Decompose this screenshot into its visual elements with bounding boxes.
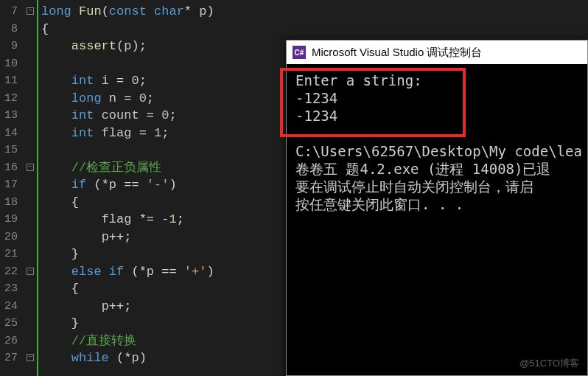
code-token: == (154, 265, 184, 279)
code-token (192, 4, 199, 18)
console-titlebar[interactable]: C# Microsoft Visual Studio 调试控制台 (287, 41, 587, 64)
code-token: p (102, 299, 109, 313)
fold-marker[interactable] (24, 194, 37, 212)
code-token: { (41, 282, 79, 296)
fold-marker[interactable] (24, 38, 37, 55)
code-token: ( (124, 265, 139, 279)
console-window: C# Microsoft Visual Studio 调试控制台 Enter a… (286, 40, 588, 376)
fold-marker[interactable] (24, 21, 37, 38)
fold-marker[interactable]: − (24, 349, 37, 367)
fold-marker[interactable]: − (24, 3, 37, 21)
code-token: ; (124, 299, 131, 313)
code-token: { (41, 195, 79, 209)
fold-marker[interactable] (24, 246, 37, 263)
line-number: 18 (0, 194, 18, 212)
fold-marker[interactable] (24, 229, 37, 246)
code-token: ( (102, 4, 109, 18)
code-token (41, 161, 71, 175)
line-number: 8 (0, 21, 18, 38)
fold-column[interactable]: − − − − (24, 0, 37, 376)
fold-marker[interactable] (24, 333, 37, 350)
fold-marker[interactable] (24, 280, 37, 298)
code-token: ) (206, 4, 214, 18)
fold-marker[interactable] (24, 90, 37, 108)
code-line[interactable]: { (41, 21, 588, 38)
code-token: 1 (169, 212, 176, 226)
line-number: 11 (0, 72, 18, 90)
line-number-gutter: 789101112131415161718192021222324252627 (0, 0, 24, 376)
line-number: 19 (0, 211, 18, 229)
code-token (71, 4, 79, 18)
fold-marker[interactable] (24, 55, 37, 73)
code-token: = (131, 126, 154, 140)
console-output: Enter a string: -1234 -1234 C:\Users\625… (287, 64, 587, 220)
line-number: 17 (0, 176, 18, 194)
code-token: p (109, 178, 116, 192)
line-number: 9 (0, 38, 18, 55)
line-number: 13 (0, 107, 18, 125)
code-token: p (102, 230, 109, 244)
fold-marker[interactable] (24, 315, 37, 333)
code-token: flag (102, 126, 132, 140)
fold-marker[interactable] (24, 298, 37, 316)
code-token: while (71, 351, 109, 365)
code-token: int (71, 74, 94, 88)
fold-marker[interactable] (24, 72, 37, 90)
code-token: * (124, 351, 131, 365)
code-token (94, 74, 101, 88)
fold-marker[interactable] (24, 211, 37, 229)
code-token: * (102, 178, 109, 192)
code-token: = (139, 108, 162, 122)
fold-marker[interactable] (24, 142, 37, 159)
fold-marker[interactable] (24, 107, 37, 125)
code-token: * (184, 4, 192, 18)
code-token: ; (169, 108, 176, 122)
fold-marker[interactable]: − (24, 159, 37, 177)
code-token: ) (139, 351, 147, 365)
code-token: ++ (109, 230, 124, 244)
code-token: int (71, 108, 94, 122)
code-token: ; (139, 74, 147, 88)
line-number: 21 (0, 246, 18, 263)
code-token: ; (147, 91, 154, 105)
code-token: ( (116, 39, 124, 53)
code-token: p (147, 265, 154, 279)
code-token: '-' (147, 178, 169, 192)
code-token: = (116, 91, 139, 105)
fold-marker[interactable]: − (24, 263, 37, 281)
line-number: 23 (0, 280, 18, 298)
code-token: i (102, 74, 109, 88)
code-token: ( (109, 351, 124, 365)
code-line[interactable]: long Fun(const char* p) (41, 3, 588, 21)
code-token: - (161, 212, 169, 226)
line-number: 25 (0, 315, 18, 333)
code-token: '+' (184, 265, 207, 279)
code-token: ); (131, 39, 146, 53)
code-token: p (199, 4, 206, 18)
line-number: 20 (0, 229, 18, 246)
code-token: ) (169, 178, 176, 192)
code-token: //检查正负属性 (71, 161, 161, 175)
line-number: 22 (0, 263, 18, 281)
line-number: 26 (0, 333, 18, 350)
fold-marker[interactable] (24, 125, 37, 142)
fold-marker[interactable] (24, 176, 37, 194)
code-token: { (41, 22, 49, 36)
code-token (41, 351, 71, 365)
code-token (94, 108, 101, 122)
code-token: //直接转换 (71, 334, 136, 348)
code-token (41, 230, 102, 244)
code-token: ) (206, 265, 214, 279)
code-token: ++ (109, 299, 124, 313)
code-token (41, 299, 102, 313)
code-token (94, 126, 101, 140)
line-number: 14 (0, 125, 18, 142)
code-token (41, 126, 71, 140)
code-token: } (41, 316, 79, 330)
line-number: 16 (0, 159, 18, 177)
code-token (41, 178, 71, 192)
code-token: assert (71, 39, 116, 53)
code-token (102, 265, 109, 279)
code-token (147, 4, 154, 18)
code-token (41, 91, 71, 105)
